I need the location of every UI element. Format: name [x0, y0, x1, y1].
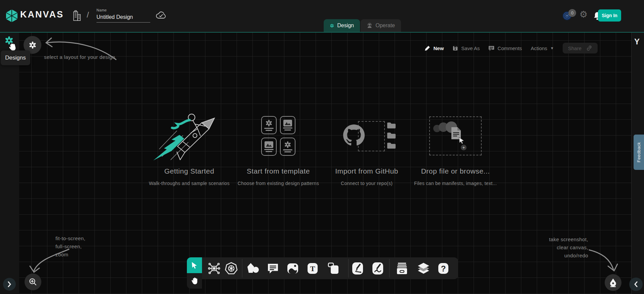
cursor-arrow-icon — [191, 262, 198, 269]
shapes-icon — [247, 263, 260, 274]
image-icon — [283, 120, 292, 126]
y-logo: Y — [634, 37, 640, 46]
zoom-button[interactable] — [25, 273, 41, 290]
actions-label: Actions — [531, 45, 547, 51]
screenshot-hint-arrow — [587, 247, 620, 274]
template-card-spiral — [280, 138, 295, 156]
screenshot-button[interactable] — [605, 274, 621, 291]
plus-badge: + — [461, 145, 467, 150]
component-tool[interactable] — [208, 262, 220, 274]
template-illustration — [231, 109, 325, 162]
freehand-tool[interactable] — [372, 262, 384, 275]
save-as-button[interactable]: Save As — [452, 45, 480, 51]
organization-icon[interactable] — [72, 10, 82, 22]
image-icon — [265, 141, 273, 148]
rocket-rider-illustration — [151, 109, 228, 162]
actions-dropdown[interactable]: Actions ▼ — [531, 45, 554, 51]
component-circuit-icon — [208, 262, 220, 274]
tile-title: Drop file or browse... — [421, 167, 490, 175]
spiral-icon — [265, 119, 273, 127]
template-card-image — [261, 138, 277, 156]
design-name-input[interactable] — [96, 13, 150, 23]
history-drawer-icon — [396, 262, 408, 274]
kubernetes-wheel-icon — [225, 262, 238, 275]
feedback-label: Feedback — [636, 142, 641, 162]
media-tool[interactable] — [287, 263, 299, 274]
hint-undo-redo: undo/redo — [549, 252, 588, 260]
pan-tool[interactable] — [187, 273, 202, 289]
template-card-image — [280, 116, 295, 134]
folder-icon — [387, 122, 396, 129]
edge-tool[interactable] — [352, 262, 363, 275]
caret-down-icon: ▼ — [550, 46, 554, 50]
help-tool[interactable]: ? — [438, 262, 449, 274]
shapes-tool[interactable] — [247, 263, 260, 274]
chevron-left-icon — [634, 281, 638, 287]
tab-design[interactable]: Design — [324, 19, 360, 32]
toolbar-divider — [242, 259, 242, 278]
save-floppy-icon — [452, 45, 458, 51]
tile-subtitle: Walk-throughs and sample scenarios — [149, 181, 230, 186]
bottom-toolbar: T — [187, 257, 458, 279]
media-image-icon — [287, 263, 299, 274]
tab-operate-label: Operate — [375, 23, 395, 29]
app-title: KANVAS — [20, 9, 64, 20]
new-button[interactable]: New — [425, 45, 444, 51]
new-label: New — [433, 45, 444, 51]
toolbar-divider — [348, 259, 349, 278]
comment-tool[interactable] — [267, 263, 279, 274]
magnifier-plus-icon — [29, 278, 37, 286]
kubernetes-tool[interactable] — [225, 262, 238, 275]
edge-pen-icon — [352, 262, 363, 275]
tab-operate[interactable]: Operate — [361, 19, 401, 32]
layers-stack-icon — [417, 262, 430, 274]
drop-cursor-icon — [458, 137, 466, 145]
drop-zone[interactable]: + — [429, 116, 482, 155]
tile-title: Import from GitHub — [335, 167, 398, 175]
canvas-actions-row: New Save As Comments Actions ▼ Share — [425, 42, 598, 54]
github-illustration — [320, 109, 414, 162]
settings-gear-icon[interactable]: ⚙ — [579, 10, 588, 19]
tile-start-from-template[interactable]: Start from template Choose from existing… — [231, 109, 325, 186]
cloud-sync-icon[interactable] — [156, 11, 166, 20]
note-tool[interactable] — [328, 262, 339, 274]
getting-started-illustration — [142, 109, 236, 162]
spiral-icon — [284, 141, 291, 148]
feedback-tab[interactable]: Feedback — [634, 135, 644, 170]
screenshot-hints-text: take screenshot, clear canvas, undo/redo — [549, 235, 588, 260]
comment-bubble-icon — [267, 263, 279, 274]
hint-fit-to-screen: fit-to-screen, — [55, 234, 85, 243]
tile-title: Start from template — [247, 167, 310, 175]
freehand-pencil-icon — [372, 262, 384, 275]
share-link-icon — [586, 45, 592, 51]
tile-import-github[interactable]: Import from GitHub Connect to your repo(… — [320, 109, 414, 186]
note-section-icon — [328, 262, 339, 274]
comments-button[interactable]: Comments — [488, 45, 522, 51]
template-card-spiral — [261, 116, 277, 134]
svg-text:?: ? — [441, 264, 446, 273]
designs-tooltip: Designs — [1, 50, 30, 65]
history-tool[interactable] — [396, 262, 408, 274]
share-button[interactable]: Share — [563, 43, 598, 53]
sign-in-button[interactable]: Sign In — [598, 9, 621, 22]
hand-palm-icon — [191, 277, 199, 285]
select-tool[interactable] — [187, 257, 202, 273]
left-sidebar — [0, 33, 19, 294]
expand-left-panel-button[interactable] — [3, 278, 16, 291]
share-label: Share — [568, 45, 581, 51]
tile-getting-started[interactable]: Getting Started Walk-throughs and sample… — [142, 109, 236, 186]
design-canvas[interactable]: select a layout for your design New Save… — [19, 33, 631, 294]
text-tool[interactable]: T — [307, 262, 318, 274]
kanvas-logo-icon — [5, 9, 18, 23]
layout-hint-arrow — [39, 35, 120, 66]
breadcrumb-separator: / — [87, 10, 89, 20]
layers-tool[interactable] — [417, 262, 430, 274]
tile-drop-file[interactable]: + Drop file or browse... Files can be ma… — [408, 109, 502, 186]
collapse-right-panel-button[interactable] — [629, 278, 643, 291]
new-pencil-icon — [425, 45, 430, 51]
drop-file-illustration: + — [408, 109, 502, 162]
layout-flower-icon — [29, 41, 37, 49]
zoom-hint-arrow — [29, 247, 73, 277]
hint-clear-canvas: clear canvas, — [549, 244, 588, 252]
tile-subtitle: Files can be manifests, images, text... — [414, 181, 497, 186]
